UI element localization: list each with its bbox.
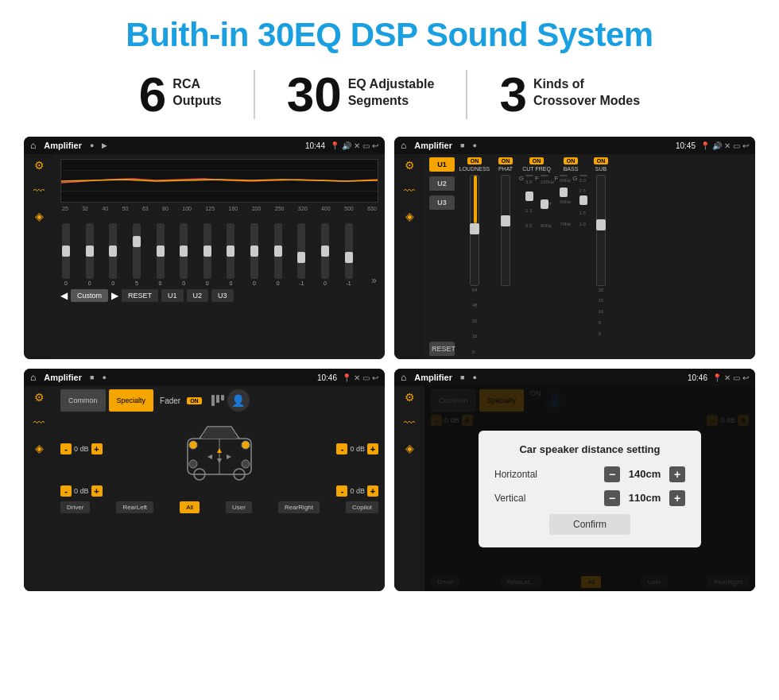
vertical-minus-button[interactable]: −	[604, 490, 620, 506]
stat-eq-line2: Segments	[348, 93, 435, 110]
horizontal-plus-button[interactable]: +	[669, 466, 685, 482]
wave-icon[interactable]: 〰	[33, 184, 45, 197]
sub-slider[interactable]	[596, 175, 606, 286]
status-dots-4b: ●	[472, 373, 476, 381]
svg-point-9	[242, 441, 250, 449]
u2-preset-button[interactable]: U2	[429, 176, 455, 191]
reset-s2-button[interactable]: RESET	[429, 342, 455, 356]
vertical-value: 110cm	[625, 492, 665, 504]
svg-point-11	[242, 460, 250, 468]
battery-icon-1: ▭	[362, 141, 370, 150]
u1-preset-button[interactable]: U1	[429, 157, 455, 172]
fader-bars	[211, 395, 224, 406]
dist-eq-icon[interactable]: ⚙	[405, 391, 415, 404]
horizontal-control: − 140cm +	[604, 466, 685, 482]
speaker-icon[interactable]: ◈	[35, 210, 44, 222]
rearright-button[interactable]: RearRight	[278, 501, 320, 513]
svg-marker-13	[217, 458, 222, 463]
confirm-button[interactable]: Confirm	[549, 514, 630, 535]
eq-slider-5: 0	[180, 223, 188, 286]
rearleft-button[interactable]: RearLeft	[116, 501, 153, 513]
distance-dialog-box: Car speaker distance setting Horizontal …	[479, 431, 701, 547]
u2-button[interactable]: U2	[187, 289, 209, 302]
all-button[interactable]: All	[180, 501, 200, 513]
front-right-minus[interactable]: -	[336, 443, 347, 454]
dist-speaker-icon[interactable]: ◈	[405, 442, 414, 454]
loudness-group: ON LOUDNESS 644832160	[459, 157, 490, 356]
rear-right-plus[interactable]: +	[367, 485, 378, 497]
u3-preset-button[interactable]: U3	[429, 195, 455, 210]
person-settings-button[interactable]: 👤	[227, 389, 250, 412]
horizontal-minus-button[interactable]: −	[604, 466, 620, 482]
user-button[interactable]: User	[226, 501, 252, 513]
u3-button[interactable]: U3	[211, 289, 234, 302]
rear-left-db-value: 0 dB	[74, 487, 89, 495]
cutfreq-group: ON CUT FREQ G 3.02.11.30.5	[521, 157, 552, 356]
front-right-plus[interactable]: +	[367, 443, 378, 454]
car-svg	[176, 415, 263, 482]
screenshots-grid: ⌂ Amplifier ● ▶ 10:44 📍 🔊 ✕ ▭ ↩ ⚙ 〰	[24, 137, 755, 591]
speaker-eq-icon[interactable]: ⚙	[34, 391, 45, 404]
eq-icon[interactable]: ⚙	[34, 159, 45, 172]
status-dots-2: ■	[460, 141, 464, 149]
app-name-4: Amplifier	[414, 373, 452, 382]
cutfreq-slider-g[interactable]	[525, 175, 533, 176]
prev-preset-button[interactable]: ◀	[60, 290, 68, 301]
custom-preset-button[interactable]: Custom	[71, 289, 108, 302]
wifi-icon-1: ✕	[354, 141, 360, 150]
eq-controls-row: ◀ Custom ▶ RESET U1 U2 U3	[60, 289, 378, 302]
rear-left-plus[interactable]: +	[91, 485, 103, 497]
eq-graph	[60, 159, 378, 203]
vertical-control: − 110cm +	[604, 490, 685, 506]
status-dots-2b: ●	[472, 141, 476, 149]
copilot-button[interactable]: Copilot	[346, 501, 378, 513]
time-4: 10:46	[688, 373, 707, 382]
back-icon-3: ↩	[372, 373, 378, 382]
dist-wave-icon[interactable]: 〰	[404, 416, 415, 429]
status-dots-3b: ●	[102, 373, 106, 381]
amp-eq-icon[interactable]: ⚙	[405, 159, 415, 172]
bass-group: ON BASS F 90Hz80Hz70Hz	[556, 157, 586, 356]
wifi-icon-3: ✕	[354, 373, 360, 382]
bass-on-badge: ON	[564, 157, 579, 164]
reset-button[interactable]: RESET	[122, 289, 158, 302]
scroll-right-arrow[interactable]: »	[371, 275, 377, 286]
loudness-on-badge: ON	[467, 157, 483, 164]
battery-icon-2: ▭	[733, 141, 740, 150]
u1-button[interactable]: U1	[161, 289, 184, 302]
status-dots-1: ●	[90, 141, 94, 149]
screen-speaker-layout: ⌂ Amplifier ■ ● 10:46 📍 ✕ ▭ ↩ ⚙ 〰 ◈	[24, 369, 385, 591]
common-tab[interactable]: Common	[60, 389, 106, 412]
phat-group: ON PHAT	[494, 157, 517, 356]
bass-slider-f[interactable]	[560, 175, 568, 176]
amp-wave-icon[interactable]: 〰	[404, 184, 415, 197]
status-icons-4: 📍 ✕ ▭ ↩	[712, 373, 749, 382]
stat-eq-line1: EQ Adjustable	[348, 76, 435, 93]
dialog-overlay: Car speaker distance setting Horizontal …	[424, 386, 755, 591]
status-icons-1: 📍 🔊 ✕ ▭ ↩	[330, 141, 378, 150]
rear-left-minus[interactable]: -	[60, 485, 72, 497]
vertical-plus-button[interactable]: +	[669, 490, 685, 506]
dialog-title: Car speaker distance setting	[494, 443, 685, 455]
speaker-wave-icon[interactable]: 〰	[33, 416, 45, 429]
bass-slider-g[interactable]	[579, 175, 587, 176]
loudness-slider-l[interactable]	[470, 175, 479, 286]
eq-slider-11: 0	[321, 223, 329, 286]
front-left-plus[interactable]: +	[91, 443, 103, 454]
distance-sidebar: ⚙ 〰 ◈	[394, 386, 424, 591]
rear-left-db-control: - 0 dB +	[60, 485, 103, 497]
rear-right-minus[interactable]: -	[336, 485, 347, 497]
stat-rca: 6 RCA Outputs	[107, 70, 255, 119]
cutfreq-on-badge: ON	[529, 157, 545, 164]
time-1: 10:44	[305, 141, 325, 150]
amp-speaker-icon[interactable]: ◈	[405, 210, 414, 222]
cutfreq-slider-f[interactable]	[541, 175, 548, 176]
speaker-main-area: Common Specialty Fader ON 👤	[54, 386, 385, 591]
phat-slider[interactable]	[501, 175, 510, 286]
eq-slider-1: 0	[86, 223, 94, 286]
next-preset-button[interactable]: ▶	[111, 290, 118, 301]
front-left-minus[interactable]: -	[60, 443, 72, 454]
speaker-vol-icon[interactable]: ◈	[35, 442, 44, 454]
driver-button[interactable]: Driver	[60, 501, 90, 513]
specialty-tab[interactable]: Specialty	[109, 389, 154, 412]
